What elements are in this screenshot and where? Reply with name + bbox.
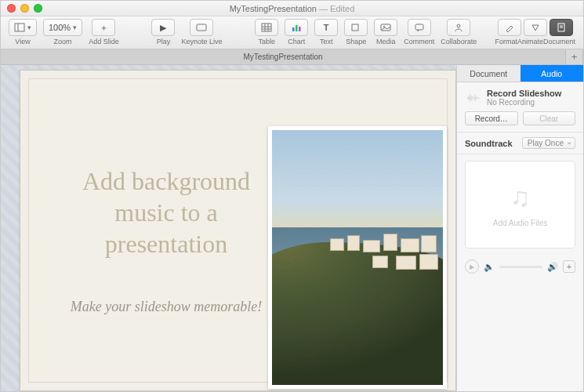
- table-button[interactable]: [255, 19, 278, 36]
- document-label: Document: [543, 38, 575, 45]
- document-button[interactable]: [550, 19, 573, 36]
- view-button[interactable]: ▾: [9, 19, 37, 36]
- svg-point-15: [457, 24, 460, 27]
- new-tab-button[interactable]: +: [566, 49, 583, 64]
- add-audio-button[interactable]: +: [563, 260, 575, 273]
- slide-title-text[interactable]: Add background music to a presentation: [53, 165, 280, 260]
- inspector-panel: Document Audio Record Slideshow No Recor…: [456, 65, 583, 391]
- svg-marker-16: [532, 25, 539, 31]
- svg-rect-11: [352, 24, 358, 31]
- shape-button[interactable]: [344, 19, 368, 36]
- media-button[interactable]: [374, 19, 397, 36]
- table-icon: [261, 23, 272, 32]
- play-label: Play: [157, 38, 171, 45]
- comment-button[interactable]: [408, 19, 431, 36]
- add-slide-button[interactable]: ＋: [92, 19, 115, 36]
- record-status: No Recording: [487, 98, 561, 107]
- shape-icon: [350, 23, 361, 32]
- table-label: Table: [258, 38, 275, 45]
- comment-label: Comment: [404, 38, 434, 45]
- inspector-tabs: Document Audio: [457, 65, 583, 82]
- document-tab[interactable]: MyTestingPresentation: [1, 49, 566, 64]
- volume-slider[interactable]: [499, 266, 542, 268]
- edited-indicator: — Edited: [317, 4, 354, 13]
- minimize-window-button[interactable]: [20, 4, 29, 13]
- close-window-button[interactable]: [7, 4, 16, 13]
- media-label: Media: [376, 38, 396, 45]
- tab-audio-label: Audio: [541, 69, 562, 78]
- image-houses: [325, 232, 443, 287]
- document-name: MyTestingPresentation: [230, 4, 317, 13]
- add-slide-label: Add Slide: [89, 38, 119, 45]
- play-mode-value: Play Once: [528, 139, 564, 147]
- keynote-live-label: Keynote Live: [181, 38, 222, 45]
- animate-label: Animate: [517, 38, 543, 45]
- tab-document[interactable]: Document: [457, 65, 521, 82]
- play-icon: ▶: [160, 23, 166, 33]
- collaborate-label: Collaborate: [441, 38, 477, 45]
- dropzone-label: Add Audio Files: [493, 219, 548, 227]
- slide[interactable]: Add background music to a presentation M…: [20, 70, 456, 391]
- fullscreen-window-button[interactable]: [34, 4, 42, 13]
- comment-icon: [414, 23, 425, 32]
- clear-button[interactable]: Clear: [523, 111, 576, 125]
- record-button[interactable]: Record…: [465, 111, 518, 125]
- slide-subtitle-text[interactable]: Make your slideshow memorable!: [45, 299, 288, 315]
- text-label: Text: [320, 38, 333, 45]
- svg-rect-0: [15, 24, 24, 31]
- record-section: Record Slideshow No Recording Record… Cl…: [457, 82, 583, 132]
- shape-label: Shape: [346, 38, 366, 45]
- collaborate-icon: [453, 23, 464, 32]
- animate-icon: [530, 23, 541, 32]
- svg-rect-8: [292, 27, 295, 31]
- tab-audio[interactable]: Audio: [521, 65, 584, 82]
- soundtrack-header: Soundtrack Play Once: [457, 132, 583, 154]
- slide-image[interactable]: [268, 126, 447, 389]
- record-title: Record Slideshow: [487, 89, 561, 98]
- chart-label: Chart: [288, 38, 305, 45]
- keynote-live-button[interactable]: [190, 19, 213, 36]
- clear-button-label: Clear: [539, 114, 558, 123]
- play-icon: ▶: [470, 263, 474, 270]
- waveform-icon: [465, 89, 482, 107]
- format-icon: [504, 23, 515, 32]
- svg-rect-14: [415, 24, 423, 30]
- volume-high-icon: 🔊: [547, 262, 558, 272]
- animate-button[interactable]: [524, 19, 547, 36]
- volume-low-icon: 🔈: [484, 262, 495, 272]
- play-audio-button[interactable]: ▶: [465, 260, 479, 274]
- zoom-select[interactable]: 100%▾: [43, 19, 82, 36]
- collaborate-button[interactable]: [447, 19, 470, 36]
- plus-icon: +: [571, 51, 578, 63]
- content-area: Add background music to a presentation M…: [1, 65, 583, 391]
- chart-button[interactable]: [285, 19, 308, 36]
- slide-inner-frame: Add background music to a presentation M…: [28, 78, 448, 383]
- svg-rect-3: [262, 24, 271, 31]
- tab-document-label: Document: [470, 69, 507, 78]
- document-tab-label: MyTestingPresentation: [243, 53, 322, 61]
- plus-icon: +: [567, 262, 571, 271]
- window-title: MyTestingPresentation — Edited: [1, 4, 583, 13]
- view-icon: [14, 23, 25, 32]
- toolbar: ▾ View 100%▾ Zoom ＋ Add Slide ▶ Play Key…: [1, 16, 583, 49]
- keynote-live-icon: [195, 23, 208, 32]
- media-icon: [380, 23, 391, 32]
- document-icon: [557, 23, 566, 32]
- audio-player-controls: ▶ 🔈 🔊 +: [457, 255, 583, 278]
- svg-rect-2: [197, 24, 206, 31]
- chart-icon: [291, 23, 302, 32]
- zoom-value: 100%: [49, 23, 71, 32]
- app-window: MyTestingPresentation — Edited ▾ View 10…: [0, 0, 584, 392]
- slide-canvas[interactable]: Add background music to a presentation M…: [1, 65, 456, 391]
- view-label: View: [15, 38, 30, 45]
- play-mode-select[interactable]: Play Once: [522, 137, 575, 149]
- format-button[interactable]: [498, 19, 521, 36]
- audio-dropzone[interactable]: ♫ Add Audio Files: [465, 161, 575, 249]
- music-note-icon: ♫: [510, 182, 531, 212]
- soundtrack-label: Soundtrack: [465, 139, 513, 148]
- text-button[interactable]: T: [314, 19, 338, 36]
- plus-icon: ＋: [100, 22, 108, 34]
- text-icon: T: [324, 23, 329, 32]
- tab-bar: MyTestingPresentation +: [1, 49, 583, 65]
- play-button[interactable]: ▶: [151, 19, 175, 36]
